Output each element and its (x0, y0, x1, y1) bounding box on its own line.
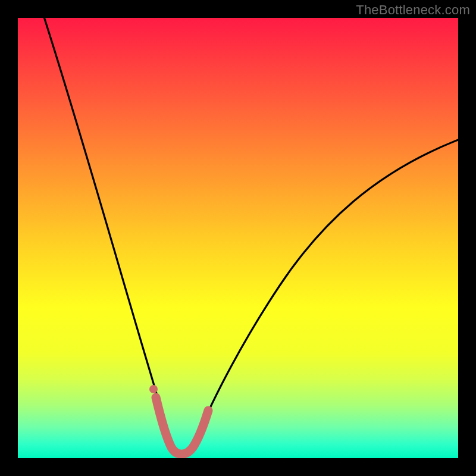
watermark-text: TheBottleneck.com (356, 2, 470, 18)
highlight-band (156, 397, 208, 454)
highlight-dot (149, 385, 158, 393)
bottleneck-curve (40, 18, 458, 455)
chart-plot-area (18, 18, 458, 458)
chart-svg (18, 18, 458, 458)
